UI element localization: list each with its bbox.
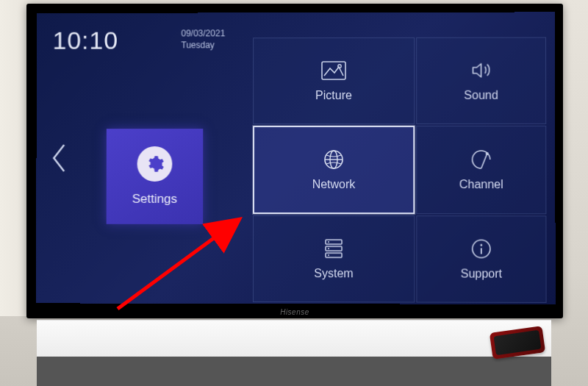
svg-point-11	[328, 248, 329, 249]
tile-support-label: Support	[461, 267, 502, 280]
back-button[interactable]	[49, 142, 68, 174]
settings-grid: Picture Sound	[253, 37, 547, 301]
tv-screen: 10:10 09/03/2021 Tuesday Settings	[36, 12, 556, 304]
system-icon	[321, 237, 346, 260]
tile-network[interactable]: Network	[253, 126, 415, 214]
tile-channel-label: Channel	[459, 178, 503, 191]
tile-system[interactable]: System	[253, 215, 415, 303]
svg-point-12	[328, 254, 329, 256]
svg-point-6	[486, 152, 489, 155]
support-icon	[469, 237, 494, 260]
tile-picture[interactable]: Picture	[253, 37, 415, 124]
sound-icon	[468, 60, 493, 82]
settings-tile[interactable]: Settings	[107, 129, 204, 224]
channel-icon	[469, 149, 494, 171]
tile-support[interactable]: Support	[416, 215, 546, 303]
gear-icon	[146, 154, 165, 174]
tile-sound[interactable]: Sound	[416, 37, 546, 124]
tile-network-label: Network	[312, 178, 356, 191]
svg-line-5	[481, 154, 487, 168]
tile-system-label: System	[314, 267, 353, 280]
left-panel: Settings	[36, 12, 244, 304]
tv-frame: 10:10 09/03/2021 Tuesday Settings	[26, 4, 563, 318]
svg-point-14	[480, 244, 482, 246]
gear-icon-bg	[137, 146, 173, 182]
chevron-left-icon	[49, 142, 68, 174]
settings-tile-label: Settings	[132, 192, 177, 207]
tv-stand-front	[37, 357, 551, 386]
tv-brand-logo: Hisense	[280, 308, 309, 316]
tile-picture-label: Picture	[315, 89, 352, 102]
svg-point-10	[328, 241, 329, 243]
tile-channel[interactable]: Channel	[416, 126, 546, 214]
network-icon	[321, 149, 346, 171]
picture-icon	[321, 60, 346, 82]
svg-rect-0	[322, 62, 345, 79]
svg-point-1	[338, 65, 341, 68]
tv-stand-top	[37, 320, 551, 357]
tile-sound-label: Sound	[464, 89, 498, 102]
